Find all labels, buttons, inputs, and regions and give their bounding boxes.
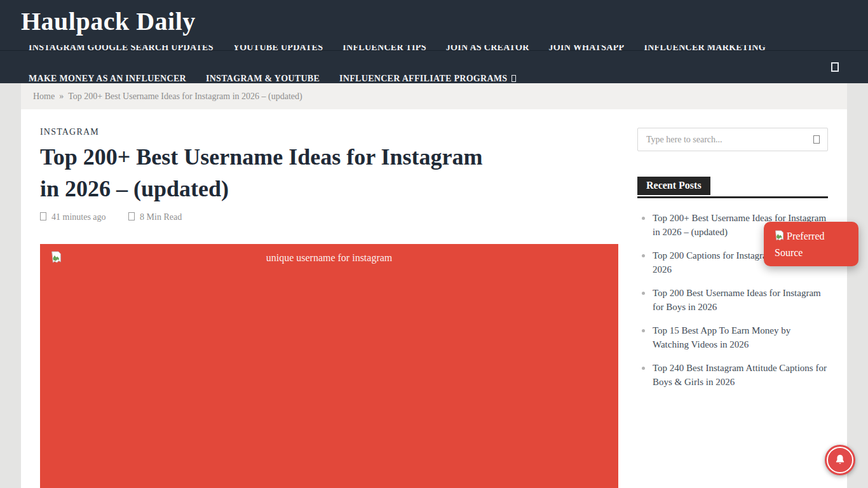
recent-posts-underline (637, 196, 828, 198)
chevron-down-icon (512, 75, 516, 82)
post-read-time-label: 8 Min Read (140, 212, 182, 222)
search-icon[interactable] (831, 62, 839, 72)
bell-icon (833, 452, 847, 466)
nav-item-label: INFLUENCER AFFILIATE PROGRAMS (339, 74, 507, 83)
breadcrumb-current: Top 200+ Best Username Ideas for Instagr… (68, 92, 302, 101)
notification-bell-button[interactable] (825, 445, 855, 475)
nav-item-make-money-as-an-influencer[interactable]: MAKE MONEY AS AN INFLUENCER (29, 72, 186, 83)
read-time-icon (128, 212, 135, 220)
preferred-source-badge[interactable]: Preferred Source (764, 222, 858, 266)
site-header: Haulpack Daily (0, 0, 868, 50)
nav-item-influencer-tips[interactable]: INFLUENCER TIPS (342, 45, 426, 54)
search-input[interactable] (638, 128, 827, 151)
recent-posts-heading: Recent Posts (637, 177, 710, 195)
search-submit-icon[interactable] (813, 135, 820, 144)
featured-image-alt-text: unique username for instagram (40, 244, 618, 264)
post-read-time: 8 Min Read (128, 212, 182, 222)
nav-item-instagram-and-youtube[interactable]: INSTAGRAM & YOUTUBE (206, 72, 320, 83)
nav-item-youtube-updates[interactable]: YOUTUBE UPDATES (233, 45, 323, 54)
post-time-label: 41 minutes ago (51, 212, 106, 222)
breadcrumb-bar: Home»Top 200+ Best Username Ideas for In… (21, 83, 847, 109)
breadcrumb: Home»Top 200+ Best Username Ideas for In… (33, 83, 302, 109)
post-time: 41 minutes ago (40, 212, 106, 222)
nav-item-influencer-marketing[interactable]: INFLUENCER MARKETING (644, 45, 766, 54)
post-category[interactable]: INSTAGRAM (40, 127, 99, 137)
post-meta: 41 minutes ago 8 Min Read (40, 212, 202, 222)
broken-image-icon (775, 230, 784, 241)
recent-post-link[interactable]: Top 200 Best Username Ideas for Instagra… (637, 286, 838, 314)
clock-icon (40, 212, 46, 220)
site-logo[interactable]: Haulpack Daily (21, 4, 196, 39)
nav-item-instagram-google-search-updates[interactable]: INSTAGRAM GOOGLE SEARCH UPDATES (29, 45, 214, 54)
page-title: Top 200+ Best Username Ideas for Instagr… (40, 141, 567, 205)
nav-item-join-as-creator[interactable]: JOIN AS CREATOR (446, 45, 529, 54)
sidebar-search (637, 128, 828, 151)
content-container: INSTAGRAM Top 200+ Best Username Ideas f… (21, 109, 847, 488)
nav-row-2: MAKE MONEY AS AN INFLUENCER INSTAGRAM & … (29, 72, 533, 83)
breadcrumb-home-link[interactable]: Home (33, 92, 55, 101)
nav-row-1: INSTAGRAM GOOGLE SEARCH UPDATES YOUTUBE … (29, 45, 783, 54)
nav-item-influencer-affiliate-programs[interactable]: INFLUENCER AFFILIATE PROGRAMS (339, 72, 516, 83)
breadcrumb-separator: » (59, 92, 64, 101)
main-navigation: INSTAGRAM GOOGLE SEARCH UPDATES YOUTUBE … (0, 45, 868, 83)
broken-image-icon (51, 251, 62, 263)
featured-image-broken: unique username for instagram (40, 244, 618, 488)
nav-item-join-whatsapp[interactable]: JOIN WHATSAPP (549, 45, 625, 54)
recent-post-link[interactable]: Top 240 Best Instagram Attitude Captions… (637, 361, 838, 389)
recent-post-link[interactable]: Top 15 Best App To Earn Money by Watchin… (637, 323, 838, 351)
